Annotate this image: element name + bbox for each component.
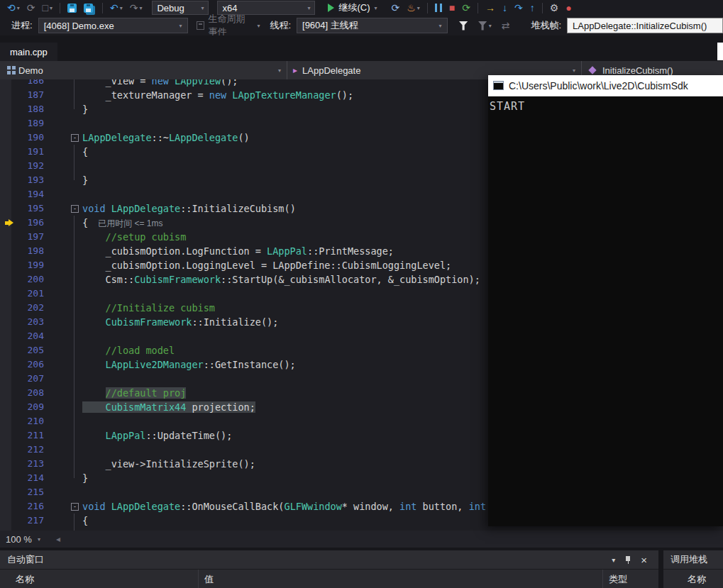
- line-gutter[interactable]: [0, 287, 18, 301]
- line-gutter[interactable]: [0, 258, 18, 272]
- fold-collapse-icon[interactable]: -: [71, 134, 79, 142]
- line-number[interactable]: 203: [18, 315, 51, 329]
- stop-debug-icon[interactable]: ■: [446, 2, 458, 13]
- process-combo[interactable]: [4068] Demo.exe ▾: [38, 18, 188, 33]
- break-all-icon[interactable]: [432, 3, 445, 13]
- line-number[interactable]: 198: [18, 244, 51, 258]
- line-gutter[interactable]: [0, 145, 18, 159]
- line-number[interactable]: 194: [18, 187, 51, 201]
- new-window-icon[interactable]: □▾: [39, 2, 55, 13]
- refresh-browser-icon[interactable]: ⟳: [389, 2, 403, 13]
- close-icon[interactable]: ×: [641, 555, 647, 565]
- line-number[interactable]: 216: [18, 499, 51, 514]
- console-title-bar[interactable]: C:\Users\Public\work\Live2D\CubismSdk: [488, 75, 723, 96]
- line-number[interactable]: 190: [18, 131, 51, 145]
- line-gutter[interactable]: [0, 159, 18, 173]
- thread-combo[interactable]: [9604] 主线程 ▾: [297, 18, 448, 33]
- line-number[interactable]: 199: [18, 258, 51, 272]
- redo-icon[interactable]: ↷▾: [127, 2, 145, 13]
- zoom-combo[interactable]: 100 % ▾: [0, 534, 46, 545]
- line-number[interactable]: 192: [18, 159, 51, 173]
- line-number[interactable]: 201: [18, 287, 51, 301]
- line-gutter[interactable]: [0, 131, 18, 145]
- filter-threads-icon[interactable]: [456, 21, 471, 31]
- line-gutter[interactable]: [0, 116, 18, 131]
- line-gutter[interactable]: [0, 400, 18, 414]
- console-output[interactable]: START: [488, 96, 723, 116]
- step-over-icon[interactable]: ↷: [512, 2, 526, 13]
- flagged-threads-icon[interactable]: ▾: [475, 21, 495, 31]
- line-gutter[interactable]: [0, 414, 18, 428]
- line-number[interactable]: 196: [18, 216, 51, 230]
- line-gutter[interactable]: [0, 79, 18, 88]
- panel-splitter[interactable]: [658, 550, 663, 588]
- undo-icon[interactable]: ↶▾: [107, 2, 126, 13]
- line-number[interactable]: 200: [18, 272, 51, 287]
- pin-icon[interactable]: [624, 555, 632, 565]
- project-dropdown[interactable]: Demo ▾: [0, 61, 287, 79]
- restart-icon[interactable]: ⟳: [459, 2, 473, 13]
- line-number[interactable]: 202: [18, 301, 51, 315]
- column-type[interactable]: 类型: [603, 570, 658, 588]
- line-number[interactable]: 209: [18, 400, 51, 414]
- line-gutter[interactable]: [0, 272, 18, 287]
- line-gutter[interactable]: [0, 244, 18, 258]
- save-icon[interactable]: [65, 3, 79, 13]
- line-gutter[interactable]: [0, 201, 18, 216]
- line-gutter[interactable]: [0, 428, 18, 443]
- line-gutter[interactable]: [0, 343, 18, 357]
- line-gutter[interactable]: [0, 457, 18, 471]
- save-all-icon[interactable]: [81, 3, 98, 13]
- line-gutter[interactable]: [0, 443, 18, 457]
- line-gutter[interactable]: [0, 301, 18, 315]
- column-value[interactable]: 值: [199, 570, 603, 588]
- line-number[interactable]: 186: [18, 79, 51, 88]
- scroll-left-icon[interactable]: ◂: [56, 534, 60, 544]
- line-gutter[interactable]: [0, 88, 18, 102]
- line-gutter[interactable]: [0, 357, 18, 372]
- line-gutter[interactable]: [0, 329, 18, 343]
- line-number[interactable]: 217: [18, 514, 51, 528]
- window-position-icon[interactable]: ▾: [612, 556, 615, 564]
- fold-collapse-icon[interactable]: -: [71, 205, 79, 213]
- line-number[interactable]: 206: [18, 357, 51, 372]
- line-number[interactable]: 215: [18, 485, 51, 499]
- line-gutter[interactable]: [0, 499, 18, 514]
- line-number[interactable]: 204: [18, 329, 51, 343]
- line-gutter[interactable]: [0, 514, 18, 528]
- console-window[interactable]: C:\Users\Public\work\Live2D\CubismSdk ST…: [488, 75, 723, 526]
- lifecycle-events-button[interactable]: 生命周期事件 ▾: [197, 13, 260, 38]
- line-number[interactable]: 205: [18, 343, 51, 357]
- autos-header[interactable]: 自动窗口 ▾ ×: [0, 550, 658, 569]
- line-gutter[interactable]: [0, 102, 18, 116]
- step-into-icon[interactable]: ↓: [500, 2, 510, 13]
- line-gutter[interactable]: [0, 230, 18, 244]
- perf-tip[interactable]: 已用时间 <= 1ms: [98, 218, 162, 228]
- callstack-header[interactable]: 调用堆栈: [663, 550, 723, 569]
- line-gutter[interactable]: [0, 372, 18, 386]
- settings-gear-icon[interactable]: ⚙: [547, 2, 562, 13]
- line-number[interactable]: 211: [18, 428, 51, 443]
- line-gutter[interactable]: [0, 386, 18, 400]
- horizontal-scrollbar[interactable]: [54, 533, 723, 545]
- toggle-threads-icon[interactable]: ⇄: [499, 20, 513, 31]
- column-name[interactable]: 名称: [663, 570, 723, 588]
- column-name[interactable]: 名称: [0, 570, 199, 588]
- line-number[interactable]: 195: [18, 201, 51, 216]
- execution-pointer-icon[interactable]: [5, 219, 13, 226]
- line-number[interactable]: 188: [18, 102, 51, 116]
- line-number[interactable]: 207: [18, 372, 51, 386]
- line-number[interactable]: 193: [18, 173, 51, 187]
- line-gutter[interactable]: [0, 187, 18, 201]
- line-number[interactable]: 187: [18, 88, 51, 102]
- line-gutter[interactable]: [0, 173, 18, 187]
- line-number[interactable]: 197: [18, 230, 51, 244]
- continue-button[interactable]: 继续(C) ▾: [322, 1, 382, 14]
- line-number[interactable]: 208: [18, 386, 51, 400]
- feedback-icon[interactable]: ●: [563, 2, 574, 13]
- line-number[interactable]: 191: [18, 145, 51, 159]
- tab-main-cpp[interactable]: main.cpp: [0, 43, 57, 61]
- line-number[interactable]: 212: [18, 443, 51, 457]
- line-number[interactable]: 210: [18, 414, 51, 428]
- step-out-icon[interactable]: ↑: [527, 2, 538, 13]
